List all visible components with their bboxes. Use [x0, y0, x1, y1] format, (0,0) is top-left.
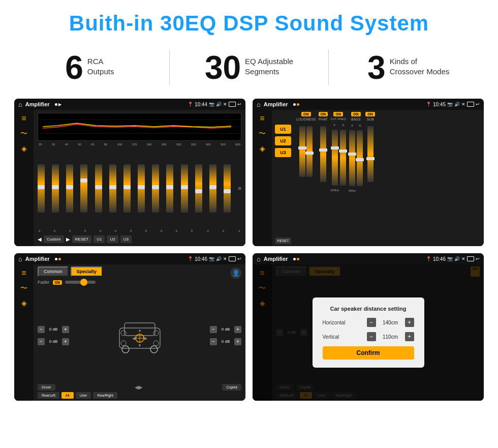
speaker-icon[interactable]: ◈ [21, 144, 27, 153]
specialty-tab[interactable]: Specialty [71, 266, 103, 277]
vertical-plus[interactable]: + [405, 332, 414, 341]
right-db-col: − 0 dB + − 0 dB + [210, 289, 241, 382]
wave-icon[interactable]: 〜 [20, 129, 27, 138]
custom-btn[interactable]: Custom [44, 235, 64, 243]
play-dots-1: ▶ [55, 102, 61, 107]
horizontal-plus[interactable]: + [405, 318, 414, 327]
wave-icon-3[interactable]: 〜 [20, 284, 27, 293]
rearright-btn-3[interactable]: RearRight [93, 392, 117, 399]
common-tab[interactable]: Common [38, 266, 69, 277]
horizontal-minus[interactable]: − [367, 318, 376, 327]
right-arrows[interactable]: » [238, 185, 241, 192]
u1-btn-1[interactable]: U1 [94, 235, 105, 243]
battery-icon-4 [467, 256, 474, 261]
eq-slider-14[interactable] [224, 164, 231, 213]
mode-header-row: Common Specialty 👤 [38, 266, 241, 280]
eq-icon[interactable]: ≡ [21, 114, 26, 123]
db-plus-br[interactable]: + [234, 338, 241, 345]
u2-preset[interactable]: U2 [275, 136, 291, 145]
db-plus-bl[interactable]: + [62, 338, 69, 345]
user-btn-3[interactable]: User [76, 392, 91, 399]
vertical-control: − 110cm + [367, 332, 414, 341]
bass-slider-2[interactable] [357, 130, 363, 186]
phat-slider[interactable] [320, 126, 326, 182]
reset-btn-1[interactable]: RESET [72, 235, 92, 243]
db-minus-br[interactable]: − [210, 338, 217, 345]
bottom-buttons-3: Driver ◀ ▶ Copilot [38, 384, 241, 391]
mode-main-3: Common Specialty 👤 Fader ON [34, 264, 245, 401]
g-label: G [342, 124, 345, 127]
u2-btn-1[interactable]: U2 [107, 235, 118, 243]
status-icons-4: 📍 10:46 📷 🔊 ✕ ↩ [426, 256, 480, 262]
eq-slider-12[interactable] [195, 164, 202, 213]
fader-track[interactable] [65, 281, 96, 284]
db-minus-tl[interactable]: − [38, 326, 45, 333]
eq-slider-9[interactable] [152, 164, 159, 213]
status-icons-3: 📍 10:46 📷 🔊 ✕ ↩ [188, 256, 241, 262]
x-icon-4: ✕ [461, 256, 465, 261]
back-icon-4[interactable]: ↩ [476, 256, 480, 261]
speaker-icon-2[interactable]: ◈ [260, 144, 265, 153]
db-value-bl: 0 dB [46, 339, 60, 344]
fader-thumb [80, 279, 87, 286]
home-icon-2[interactable]: ⌂ [257, 101, 261, 108]
back-icon-1[interactable]: ↩ [237, 102, 241, 107]
screen4: ⌂ Amplifier 📍 10:46 📷 🔊 ✕ ↩ ≡ 〜 ◈ [253, 253, 484, 401]
back-icon-3[interactable]: ↩ [237, 256, 241, 261]
dot3a [55, 258, 57, 260]
eq-slider-13[interactable] [209, 164, 216, 213]
loudness-slider-1[interactable] [299, 126, 305, 177]
all-btn-3[interactable]: All [61, 392, 74, 399]
cutfreq-slider-1[interactable] [332, 130, 338, 186]
driver-btn-3[interactable]: Driver [38, 384, 55, 391]
eq-slider-8[interactable] [138, 164, 145, 213]
f-label: F [334, 124, 336, 127]
confirm-button[interactable]: Confirm [323, 346, 414, 360]
svg-text:▶: ▶ [144, 336, 148, 341]
car-diagram: ▲ ▼ ◀ ▶ [73, 289, 206, 382]
speaker-icon-3[interactable]: ◈ [21, 299, 27, 307]
eq-slider-3[interactable] [66, 164, 73, 213]
eq-slider-4[interactable] [80, 164, 87, 213]
dot1 [55, 103, 57, 106]
u3-btn-1[interactable]: U3 [120, 235, 132, 243]
home-icon-3[interactable]: ⌂ [18, 255, 22, 263]
eq-slider-1[interactable] [38, 164, 45, 213]
db-value-tr: 0 dB [219, 327, 233, 332]
home-icon-4[interactable]: ⌂ [257, 255, 261, 263]
eq-slider-5[interactable] [95, 164, 102, 213]
vertical-minus[interactable]: − [367, 332, 376, 341]
prev-arrow[interactable]: ◀ [38, 236, 42, 242]
eq-slider-6[interactable] [109, 164, 116, 213]
eq-slider-11[interactable] [181, 164, 188, 213]
eq-slider-10[interactable] [166, 164, 173, 213]
time-1: 10:44 [195, 102, 207, 107]
db-plus-tl[interactable]: + [62, 326, 69, 333]
back-icon-2[interactable]: ↩ [476, 102, 480, 107]
eq-icon-2[interactable]: ≡ [260, 114, 264, 123]
home-icon-1[interactable]: ⌂ [18, 101, 22, 108]
bass-slider-1[interactable] [349, 130, 355, 186]
db-minus-tr[interactable]: − [210, 326, 217, 333]
camera-icon-2: 📷 [447, 102, 453, 107]
cutfreq-slider-2[interactable] [340, 130, 346, 186]
loudness-control: ON LOUDNESS [296, 112, 316, 244]
db-minus-bl[interactable]: − [38, 338, 45, 345]
u1-preset[interactable]: U1 [275, 125, 291, 134]
u3-preset[interactable]: U3 [275, 148, 291, 157]
sub-slider[interactable] [367, 126, 374, 182]
nav-arrows-3: ◀ ▶ [57, 384, 221, 390]
eq-slider-2[interactable] [52, 164, 59, 213]
loudness-slider-2[interactable] [306, 126, 313, 177]
next-arrow[interactable]: ▶ [66, 236, 70, 242]
reset-btn-2[interactable]: RESET [275, 237, 291, 244]
rearleft-btn-3[interactable]: RearLeft [38, 392, 59, 399]
wave-icon-2[interactable]: 〜 [259, 129, 266, 138]
screen2-content: ≡ 〜 ◈ U1 U2 U3 RESET [253, 110, 484, 246]
copilot-btn-3[interactable]: Copilot [222, 384, 241, 391]
db-plus-tr[interactable]: + [234, 326, 241, 333]
screen2: ⌂ Amplifier 📍 10:45 📷 🔊 ✕ ↩ ≡ 〜 ◈ [253, 99, 484, 246]
dialog-box: Car speaker distance setting Horizontal … [313, 297, 424, 368]
eq-slider-7[interactable] [123, 164, 131, 213]
eq-icon-3[interactable]: ≡ [21, 268, 26, 278]
